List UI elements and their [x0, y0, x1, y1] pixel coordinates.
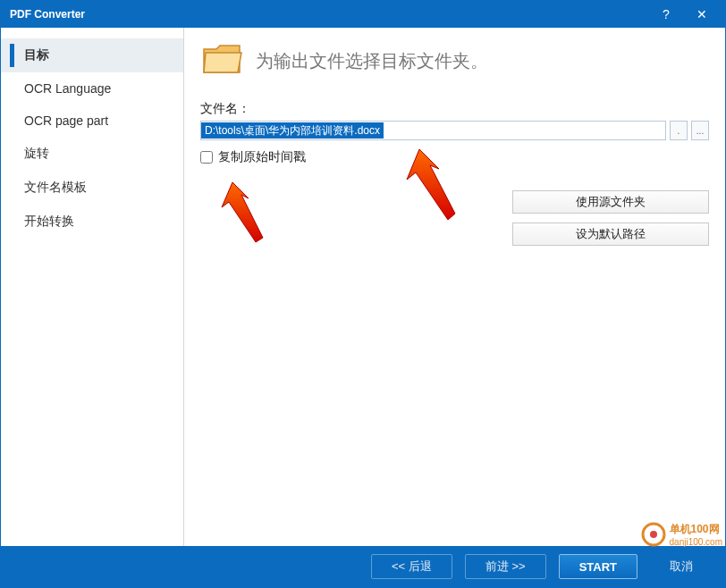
folder-icon [200, 40, 243, 81]
sidebar-item-target[interactable]: 目标 [1, 38, 183, 72]
window-title: PDF Converter [10, 8, 648, 21]
page-header: 为输出文件选择目标文件夹。 [200, 40, 709, 81]
sidebar-item-start-convert[interactable]: 开始转换 [1, 205, 183, 239]
titlebar: PDF Converter ? ✕ [1, 1, 725, 28]
dialog-body: 目标 OCR Language OCR page part 旋转 文件名模板 开… [1, 28, 725, 546]
filename-label: 文件名： [200, 101, 709, 117]
cancel-button[interactable]: 取消 [650, 554, 713, 579]
browse-button[interactable]: ... [691, 121, 709, 140]
copy-timestamp-label: 复制原始时间戳 [218, 149, 306, 165]
use-source-folder-button[interactable]: 使用源文件夹 [512, 190, 709, 214]
sidebar: 目标 OCR Language OCR page part 旋转 文件名模板 开… [1, 28, 184, 546]
main-panel: 为输出文件选择目标文件夹。 文件名： D:\tools\桌面\华为内部培训资料.… [184, 28, 725, 546]
close-icon[interactable]: ✕ [684, 1, 720, 28]
page-title: 为输出文件选择目标文件夹。 [256, 49, 488, 73]
annotation-arrow-icon [211, 175, 265, 247]
sidebar-item-ocr-page-part[interactable]: OCR page part [1, 105, 183, 137]
path-dot-button[interactable]: . [670, 121, 688, 140]
watermark-icon [641, 522, 666, 547]
set-default-path-button[interactable]: 设为默认路径 [512, 223, 709, 246]
sidebar-item-label: 开始转换 [24, 214, 74, 228]
back-button[interactable]: << 后退 [371, 554, 452, 579]
sidebar-item-rotate[interactable]: 旋转 [1, 137, 183, 171]
start-button[interactable]: START [559, 554, 637, 579]
svg-point-1 [650, 531, 657, 538]
sidebar-item-ocr-language[interactable]: OCR Language [1, 72, 183, 105]
copy-timestamp-input[interactable] [200, 151, 213, 164]
sidebar-item-label: 目标 [24, 47, 49, 62]
copy-timestamp-checkbox[interactable]: 复制原始时间戳 [200, 149, 709, 165]
footer: << 后退 前进 >> START 取消 [1, 546, 725, 587]
sidebar-item-filename-template[interactable]: 文件名模板 [1, 171, 183, 205]
side-buttons: 使用源文件夹 设为默认路径 [512, 190, 709, 246]
filename-row: D:\tools\桌面\华为内部培训资料.docx . ... [200, 121, 709, 140]
watermark-line1: 单机100网 [670, 522, 722, 537]
sidebar-item-label: OCR Language [24, 81, 111, 96]
dialog-window: PDF Converter ? ✕ 目标 OCR Language OCR pa… [0, 0, 726, 588]
filename-input[interactable]: D:\tools\桌面\华为内部培训资料.docx [200, 121, 666, 140]
sidebar-item-label: 旋转 [24, 146, 49, 160]
filename-value: D:\tools\桌面\华为内部培训资料.docx [201, 122, 384, 139]
sidebar-item-label: 文件名模板 [24, 180, 87, 194]
watermark: 单机100网 danji100.com [641, 522, 722, 547]
sidebar-item-label: OCR page part [24, 113, 108, 128]
forward-button[interactable]: 前进 >> [465, 554, 546, 579]
watermark-line2: danji100.com [670, 537, 722, 547]
help-icon[interactable]: ? [648, 1, 684, 28]
